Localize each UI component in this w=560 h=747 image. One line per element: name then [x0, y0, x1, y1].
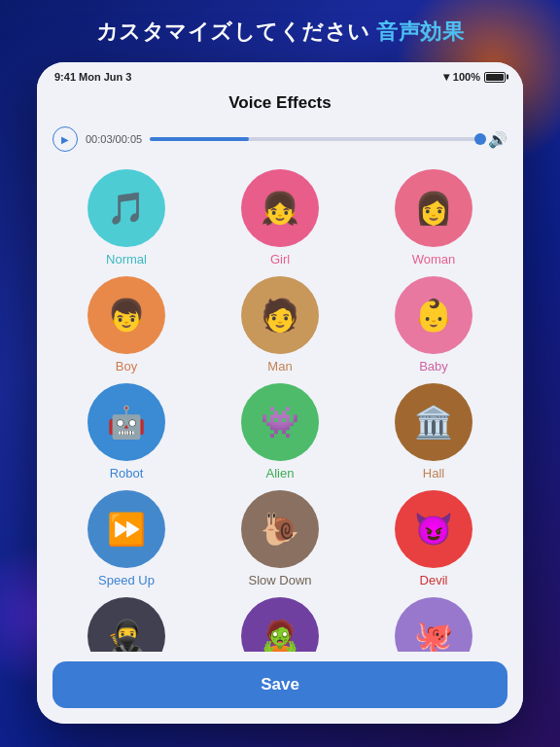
effect-label-baby: Baby: [419, 359, 448, 374]
effects-grid: 🎵Normal👧Girl👩Woman👦Boy🧑Man👶Baby🤖Robot👾Al…: [37, 161, 523, 652]
effect-label-robot: Robot: [110, 466, 144, 480]
effect-circle-girl: 👧: [241, 169, 319, 247]
progress-thumb: [474, 133, 486, 145]
effect-item-woman[interactable]: 👩Woman: [360, 169, 508, 267]
effect-label-alien: Alien: [266, 466, 295, 480]
effect-label-woman: Woman: [412, 252, 456, 267]
page-title: Voice Effects: [37, 88, 523, 121]
header-banner: カスタマイズしてください 音声効果: [0, 18, 560, 47]
player-bar: ▶ 00:03/00:05 🔊: [37, 121, 523, 161]
effect-circle-slowdown: 🐌: [241, 490, 319, 568]
status-time: 9:41 Mon Jun 3: [54, 71, 131, 83]
progress-track[interactable]: [150, 137, 480, 141]
phone-frame: 9:41 Mon Jun 3 ▾ 100% Voice Effects ▶ 00…: [37, 62, 523, 724]
effect-item-hall[interactable]: 🏛️Hall: [360, 383, 508, 480]
effect-circle-devil: 😈: [395, 490, 472, 568]
effect-label-speedup: Speed Up: [98, 573, 155, 587]
effect-circle-hall: 🏛️: [395, 383, 472, 461]
play-button[interactable]: ▶: [52, 126, 78, 152]
effect-circle-man: 🧑: [241, 276, 319, 354]
effect-item-girl[interactable]: 👧Girl: [206, 169, 354, 267]
effect-circle-echo: 🐙: [395, 597, 472, 652]
player-time: 00:03/00:05: [86, 133, 142, 145]
header-text-main: カスタマイズしてください: [96, 19, 370, 44]
effect-circle-normal: 🎵: [88, 169, 165, 247]
effect-circle-boy: 👦: [88, 276, 165, 354]
effect-item-normal[interactable]: 🎵Normal: [52, 169, 200, 267]
wifi-icon: ▾: [443, 70, 449, 84]
effect-label-boy: Boy: [116, 359, 137, 374]
battery-icon: [484, 72, 506, 83]
status-bar: 9:41 Mon Jun 3 ▾ 100%: [37, 62, 523, 88]
effect-item-speedup[interactable]: ⏩Speed Up: [52, 490, 200, 587]
save-button[interactable]: Save: [52, 661, 508, 708]
effect-circle-dark: 🥷: [88, 597, 165, 652]
status-right: ▾ 100%: [443, 70, 506, 84]
effect-item-boy[interactable]: 👦Boy: [52, 276, 200, 374]
effect-item-zombie[interactable]: 🧟Zombie: [206, 597, 354, 652]
progress-fill: [150, 137, 249, 141]
volume-icon[interactable]: 🔊: [488, 130, 508, 149]
effect-item-robot[interactable]: 🤖Robot: [52, 383, 200, 480]
effect-item-man[interactable]: 🧑Man: [206, 276, 354, 374]
effect-item-slowdown[interactable]: 🐌Slow Down: [206, 490, 354, 587]
effect-item-alien[interactable]: 👾Alien: [206, 383, 354, 480]
effect-circle-robot: 🤖: [88, 383, 165, 461]
effect-label-normal: Normal: [106, 252, 147, 267]
effect-circle-alien: 👾: [241, 383, 319, 461]
effect-label-girl: Girl: [270, 252, 290, 267]
effect-circle-baby: 👶: [395, 276, 472, 354]
header-text-accent: 音声効果: [376, 19, 464, 44]
save-bar: Save: [37, 652, 523, 724]
effect-circle-zombie: 🧟: [241, 597, 319, 652]
battery-percent: 100%: [453, 71, 480, 83]
effect-item-dark[interactable]: 🥷Dark: [52, 597, 200, 652]
effect-label-hall: Hall: [423, 466, 444, 480]
effect-item-echo[interactable]: 🐙Echo: [360, 597, 508, 652]
effect-circle-speedup: ⏩: [88, 490, 165, 568]
effect-label-devil: Devil: [420, 573, 448, 587]
effect-label-man: Man: [267, 359, 292, 374]
effect-label-slowdown: Slow Down: [248, 573, 311, 587]
effect-circle-woman: 👩: [395, 169, 472, 247]
effect-item-baby[interactable]: 👶Baby: [360, 276, 508, 374]
effect-item-devil[interactable]: 😈Devil: [360, 490, 508, 587]
